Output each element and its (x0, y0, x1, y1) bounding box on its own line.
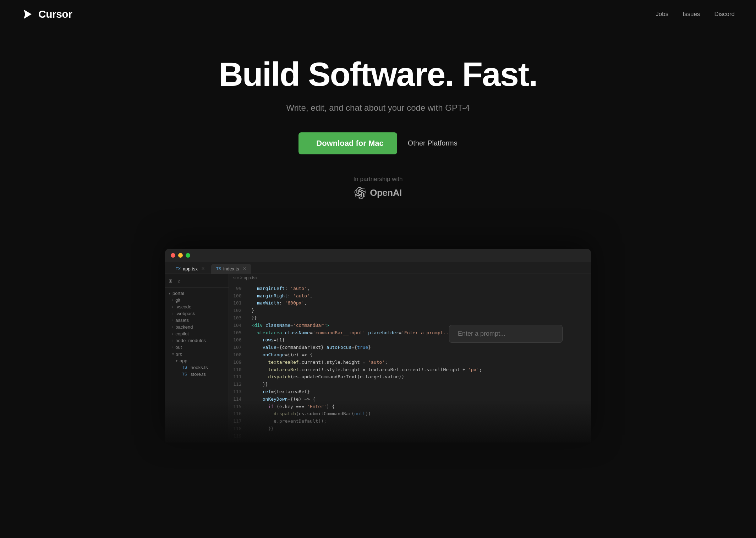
sidebar-item-git[interactable]: › git (165, 297, 229, 303)
code-editor: src > app.tsx 99100101102103104105106107… (229, 274, 591, 443)
sidebar-item-assets[interactable]: › assets (165, 317, 229, 324)
prompt-placeholder: Enter a prompt... (458, 330, 505, 337)
tab-app-tsx[interactable]: TX app.tsx ✕ (171, 264, 210, 274)
breadcrumb: src > app.tsx (229, 274, 591, 282)
sidebar-label: .vscode (175, 304, 191, 309)
window-minimize-dot (178, 253, 183, 258)
sidebar-item-portal[interactable]: ▾ portal (165, 290, 229, 297)
sidebar-label: portal (172, 291, 184, 296)
editor-preview: TX app.tsx ✕ TS index.ts ✕ ⊞ ⌕ ▾ portal (165, 249, 591, 443)
download-mac-button[interactable]: Download for Mac (298, 132, 397, 154)
chevron-right-icon: › (172, 325, 173, 329)
chevron-right-icon: › (172, 332, 173, 336)
window-close-dot (171, 253, 175, 258)
partnership-label: In partnership with (354, 176, 403, 183)
openai-icon (354, 187, 366, 199)
chevron-right-icon: › (172, 305, 173, 309)
sidebar-item-out[interactable]: › out (165, 344, 229, 351)
prompt-overlay: Enter a prompt... (449, 325, 563, 343)
folder-icon[interactable]: ⊞ (169, 278, 175, 285)
editor-titlebar (165, 249, 591, 262)
sidebar-item-copilot[interactable]: › copilot (165, 330, 229, 337)
logo[interactable]: Cursor (21, 8, 72, 21)
navbar: Cursor Jobs Issues Discord (0, 0, 756, 28)
sidebar-item-vscode[interactable]: › .vscode (165, 303, 229, 310)
openai-logo: OpenAI (354, 187, 401, 199)
code-view: 9910010110210310410510610710810911011111… (229, 282, 591, 443)
svg-marker-0 (24, 10, 32, 19)
nav-jobs[interactable]: Jobs (656, 11, 668, 18)
window-maximize-dot (186, 253, 190, 258)
tab-close-1[interactable]: ✕ (201, 266, 205, 271)
download-mac-label: Download for Mac (316, 139, 383, 148)
sidebar-label: node_modules (175, 338, 206, 343)
chevron-right-icon: › (172, 339, 173, 342)
sidebar-label: hooks.ts (191, 365, 208, 370)
editor-tabs: TX app.tsx ✕ TS index.ts ✕ (165, 262, 591, 274)
sidebar-item-app[interactable]: ▾ app (165, 357, 229, 364)
editor-wrapper: TX app.tsx ✕ TS index.ts ✕ ⊞ ⌕ ▾ portal (151, 249, 605, 443)
nav-issues[interactable]: Issues (683, 11, 700, 18)
sidebar-label: .webpack (175, 311, 195, 316)
sidebar-item-hooks[interactable]: TS hooks.ts (165, 364, 229, 371)
nav-links: Jobs Issues Discord (656, 11, 735, 18)
tab-lang-2: TS (216, 267, 221, 271)
tab-name-2: index.ts (223, 266, 239, 271)
sidebar-label: app (180, 358, 187, 363)
hero-title: Build Software. Fast. (219, 57, 537, 92)
cursor-logo-icon (21, 8, 34, 21)
sidebar-label: backend (175, 324, 193, 330)
sidebar-label: git (175, 297, 180, 303)
sidebar-label: out (175, 345, 182, 350)
sidebar-item-store[interactable]: TS store.ts (165, 371, 229, 378)
sidebar-item-node-modules[interactable]: › node_modules (165, 337, 229, 344)
code-text: marginLeft: 'auto', marginRight: 'auto',… (246, 282, 591, 443)
chevron-right-icon: › (172, 312, 173, 315)
sidebar-toolbar: ⊞ ⌕ (165, 277, 229, 288)
chevron-right-icon: › (172, 318, 173, 322)
hero-section: Build Software. Fast. Write, edit, and c… (0, 28, 756, 249)
ts-label: TS (182, 365, 187, 369)
nav-discord[interactable]: Discord (714, 11, 735, 18)
tab-lang-1: TX (176, 267, 181, 271)
tab-close-2[interactable]: ✕ (243, 266, 246, 271)
logo-text: Cursor (38, 8, 72, 20)
chevron-right-icon: › (172, 345, 173, 349)
tab-name-1: app.tsx (183, 266, 198, 271)
sidebar-label: src (176, 351, 182, 357)
ts-label: TS (182, 372, 187, 376)
hero-subtitle: Write, edit, and chat about your code wi… (286, 103, 470, 113)
chevron-down-icon: ▾ (176, 359, 177, 363)
file-explorer: ⊞ ⌕ ▾ portal › git › .vscode › .webpac (165, 274, 229, 443)
partnership-section: In partnership with OpenAI (354, 176, 403, 199)
sidebar-label: store.ts (191, 372, 206, 377)
chevron-down-icon: ▾ (172, 352, 174, 356)
sidebar-label: copilot (175, 331, 189, 336)
code-content: 9910010110210310410510610710810911011111… (229, 282, 591, 443)
tab-index-ts[interactable]: TS index.ts ✕ (211, 264, 251, 274)
sidebar-item-src[interactable]: ▾ src (165, 351, 229, 357)
line-numbers: 9910010110210310410510610710810911011111… (229, 282, 246, 443)
openai-text: OpenAI (370, 187, 401, 198)
cta-buttons: Download for Mac Other Platforms (298, 132, 458, 154)
chevron-right-icon: › (172, 298, 173, 302)
sidebar-label: assets (175, 318, 189, 323)
chevron-down-icon: ▾ (169, 291, 170, 295)
sidebar-item-webpack[interactable]: › .webpack (165, 310, 229, 317)
sidebar-item-backend[interactable]: › backend (165, 324, 229, 330)
search-icon[interactable]: ⌕ (178, 278, 184, 285)
editor-main: ⊞ ⌕ ▾ portal › git › .vscode › .webpac (165, 274, 591, 443)
other-platforms-button[interactable]: Other Platforms (408, 139, 458, 147)
